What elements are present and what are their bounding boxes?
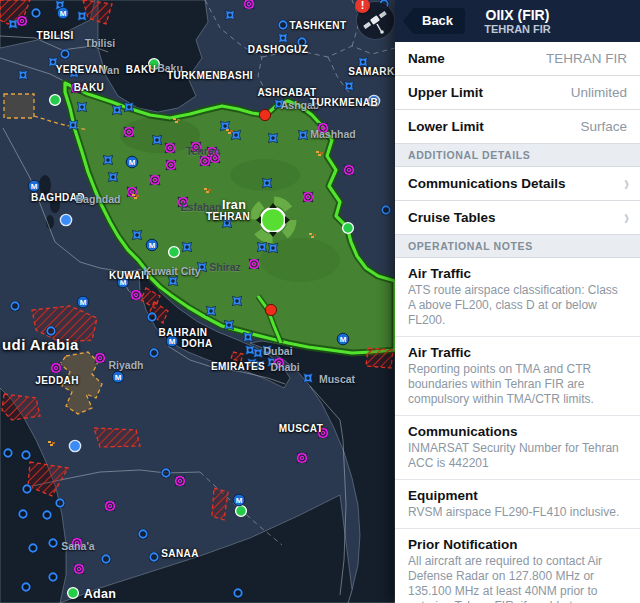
field-value: Unlimited	[571, 85, 627, 100]
tehran-fir-polygon[interactable]	[65, 83, 395, 353]
note-title: Air Traffic	[408, 345, 632, 360]
fir-detail-panel: Back OIIX (FIR) TEHRAN FIR Name TEHRAN F…	[395, 0, 640, 603]
note-title: Communications	[408, 424, 632, 439]
link-cruise-tables[interactable]: Cruise Tables ›	[395, 201, 640, 235]
note-title: Equipment	[408, 488, 632, 503]
satellite-status-button[interactable]: !	[357, 2, 394, 39]
note-air-traffic-1: Air Traffic ATS route airspace classific…	[395, 258, 640, 337]
link-communications-details[interactable]: Communications Details ›	[395, 167, 640, 201]
panel-header: Back OIIX (FIR) TEHRAN FIR	[395, 0, 640, 42]
link-label: Communications Details	[408, 176, 566, 191]
note-body: All aircraft are required to contact Air…	[408, 554, 624, 603]
note-communications: Communications INMARSAT Security Number …	[395, 416, 640, 480]
field-row-upper-limit: Upper Limit Unlimited	[395, 76, 640, 110]
note-body: INMARSAT Security Number for Tehran ACC …	[408, 441, 624, 471]
field-row-name: Name TEHRAN FIR	[395, 42, 640, 76]
chevron-right-icon: ›	[624, 208, 629, 228]
note-prior-notification: Prior Notification All aircraft are requ…	[395, 529, 640, 603]
section-header-operational-notes: OPERATIONAL NOTES	[395, 235, 640, 258]
field-label: Upper Limit	[408, 85, 483, 100]
note-body: Reporting points on TMA and CTR boundari…	[408, 362, 624, 407]
link-label: Cruise Tables	[408, 210, 496, 225]
note-title: Prior Notification	[408, 537, 632, 552]
note-body: ATS route airspace classification: Class…	[408, 283, 624, 328]
fir-center-ring[interactable]	[254, 201, 292, 239]
panel-title: OIIX (FIR)	[484, 7, 551, 23]
field-row-lower-limit: Lower Limit Surface	[395, 110, 640, 144]
chevron-right-icon: ›	[624, 174, 629, 194]
caspian-sea	[98, 0, 208, 112]
panel-subtitle: TEHRAN FIR	[484, 23, 551, 36]
note-equipment: Equipment RVSM airspace FL290-FL410 incl…	[395, 480, 640, 529]
field-label: Name	[408, 51, 445, 66]
section-header-additional-details: ADDITIONAL DETAILS	[395, 144, 640, 167]
field-label: Lower Limit	[408, 119, 484, 134]
gulf-of-aden	[60, 495, 352, 603]
panel-title-block: OIIX (FIR) TEHRAN FIR	[484, 7, 551, 36]
back-button[interactable]: Back	[403, 8, 465, 34]
note-body: RVSM airspace FL290-FL410 inclusive.	[408, 505, 624, 520]
field-value: Surface	[580, 119, 627, 134]
red-sea	[0, 388, 66, 603]
note-air-traffic-2: Air Traffic Reporting points on TMA and …	[395, 337, 640, 416]
field-value: TEHRAN FIR	[546, 51, 627, 66]
note-title: Air Traffic	[408, 266, 632, 281]
